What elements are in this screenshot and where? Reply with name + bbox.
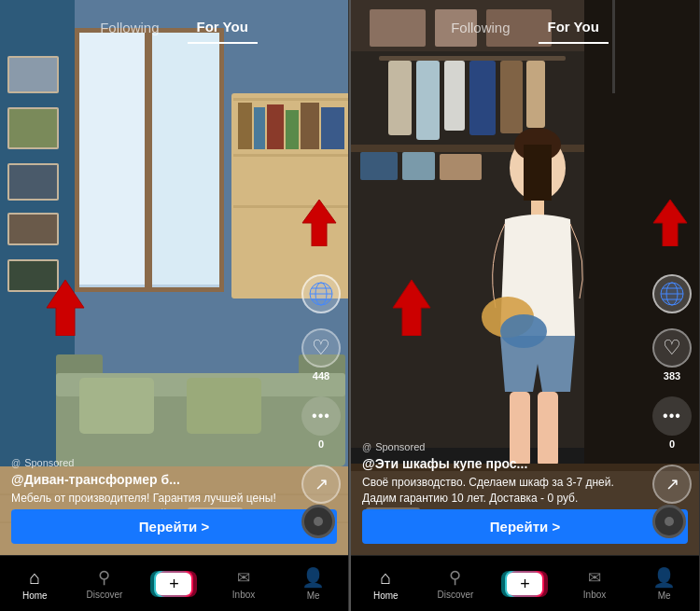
svg-rect-53 [500,61,523,133]
right-inbox-icon: ✉ [588,568,601,588]
right-nav-inbox-label: Inbox [583,590,606,600]
right-username[interactable]: @Эти шкафы купе прос... [362,456,632,471]
svg-rect-11 [9,58,57,91]
left-sponsored-text: Sponsored [24,457,74,468]
svg-marker-76 [653,200,687,246]
right-following-tab[interactable]: Following [441,12,519,43]
svg-rect-7 [145,28,152,289]
svg-rect-52 [469,61,496,135]
left-bottom-nav: ⌂ Home ⚲ Discover + ✉ Inbox 👤 Me [0,555,348,611]
right-sponsored-text: Sponsored [375,441,425,452]
left-nav-discover-label: Discover [86,590,122,600]
right-like-count: 383 [664,370,680,382]
left-foryou-tab[interactable]: For You [188,11,258,44]
right-panel: Following For You [351,0,700,611]
right-foryou-tab[interactable]: For You [539,11,609,44]
profile-icon: 👤 [301,566,325,589]
left-music-disc [301,505,335,538]
svg-rect-21 [233,98,348,101]
left-nav-inbox[interactable]: ✉ Inbox [220,568,267,600]
left-panel: Following For You [0,0,349,611]
discover-icon: ⚲ [98,567,110,588]
left-nav-home[interactable]: ⌂ Home [11,567,58,601]
right-nav-discover[interactable]: ⚲ Discover [432,567,479,600]
svg-rect-49 [388,61,412,135]
right-bottom-nav: ⌂ Home ⚲ Discover + ✉ Inbox 👤 Me [351,555,699,611]
left-nav-inbox-label: Inbox [232,590,255,600]
left-nav-create[interactable]: + [150,571,197,597]
right-nav-discover-label: Discover [437,590,473,600]
right-comment-button[interactable]: ••• 0 [652,396,692,450]
right-side-icons: ♡ 383 ••• 0 ↗ Share [652,274,692,518]
left-following-tab[interactable]: Following [91,12,168,43]
right-nav-profile[interactable]: 👤 Me [641,566,688,601]
svg-rect-50 [416,61,440,140]
right-globe-button[interactable] [652,274,692,313]
svg-marker-39 [47,280,84,336]
left-sponsored-badge: @ Sponsored [11,457,74,468]
svg-rect-8 [75,287,224,292]
svg-rect-54 [526,61,545,128]
svg-rect-6 [219,28,224,289]
svg-rect-26 [267,104,284,149]
svg-rect-13 [9,109,57,147]
svg-rect-22 [233,154,348,157]
right-profile-icon: 👤 [652,566,676,589]
svg-rect-28 [301,103,319,149]
left-globe-arrow [301,200,338,250]
left-cta-button[interactable]: Перейти > [11,509,337,544]
svg-rect-60 [360,152,398,180]
svg-point-71 [500,314,547,348]
svg-rect-29 [321,107,344,149]
svg-rect-24 [238,103,252,149]
right-red-arrow-indicator [388,280,435,340]
left-like-count: 448 [313,370,329,382]
left-comment-button[interactable]: ••• 0 [301,396,341,450]
right-music-disc [652,505,686,538]
left-username[interactable]: @Диван-трансформер б... [11,472,281,487]
svg-rect-3 [152,33,222,285]
svg-rect-25 [254,107,265,149]
left-globe-button[interactable] [301,274,341,313]
left-top-nav: Following For You [0,0,348,44]
svg-marker-75 [393,280,430,336]
svg-rect-27 [286,110,299,149]
right-comment-count: 0 [669,438,675,450]
right-top-nav: Following For You [351,0,699,44]
left-like-button[interactable]: ♡ 448 [301,328,341,382]
svg-rect-35 [187,378,261,434]
inbox-icon: ✉ [237,568,250,588]
svg-rect-2 [79,33,149,285]
left-red-arrow-indicator [42,280,89,340]
home-icon: ⌂ [29,567,40,589]
svg-rect-34 [79,378,154,434]
left-nav-home-label: Home [22,590,48,601]
left-comment-count: 0 [318,438,324,450]
svg-rect-5 [75,28,79,289]
svg-rect-62 [440,154,482,180]
left-nav-me-label: Me [307,590,320,601]
right-discover-icon: ⚲ [449,567,461,588]
right-nav-home-label: Home [373,590,399,601]
svg-rect-51 [444,61,465,131]
right-nav-create[interactable]: + [501,571,548,597]
right-globe-arrow [651,200,689,250]
right-nav-inbox[interactable]: ✉ Inbox [571,568,618,600]
right-cta-button[interactable]: Перейти > [362,509,688,544]
right-sponsored-badge: @ Sponsored [362,441,425,452]
left-nav-discover[interactable]: ⚲ Discover [81,567,128,600]
left-nav-profile[interactable]: 👤 Me [290,566,337,601]
svg-rect-48 [379,56,566,61]
svg-rect-66 [524,145,552,201]
right-home-icon: ⌂ [380,567,391,589]
left-side-icons: ♡ 448 ••• 0 ↗ Share [301,274,341,518]
right-like-button[interactable]: ♡ 383 [652,328,692,382]
svg-rect-61 [402,152,435,180]
svg-rect-17 [9,215,57,243]
svg-rect-15 [9,165,57,199]
svg-marker-40 [302,200,336,246]
right-nav-home[interactable]: ⌂ Home [362,567,409,601]
right-nav-me-label: Me [658,590,671,601]
